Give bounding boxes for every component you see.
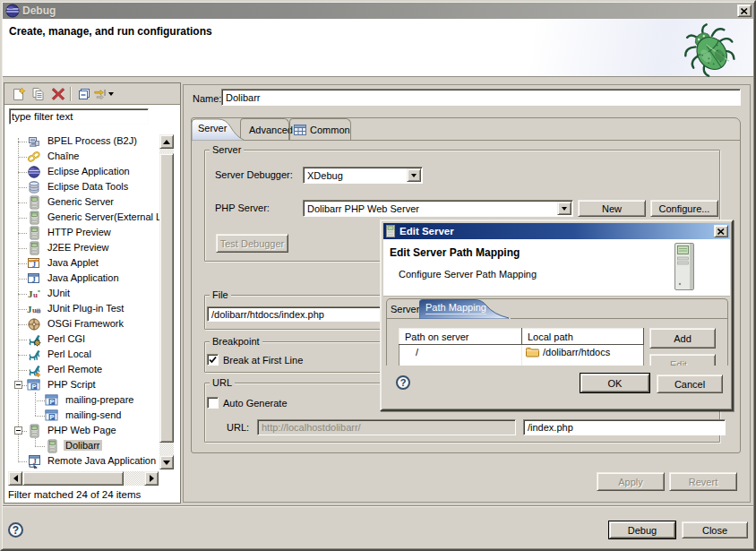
filter-status: Filter matched 24 of 24 items: [8, 489, 141, 500]
tree-item-label: Perl Remote: [46, 364, 104, 375]
tab-common-label: Common: [310, 125, 350, 135]
auto-generate-checkbox[interactable]: [207, 397, 219, 409]
hscroll-thumb[interactable]: [22, 471, 124, 486]
file-value: /dolibarr/htdocs/index.php: [211, 309, 324, 320]
tree-item-label: Perl Local: [46, 349, 93, 359]
new-server-button[interactable]: New: [578, 200, 646, 217]
url-base-input[interactable]: http://localhostdolibarr/: [257, 419, 516, 435]
apply-button[interactable]: Apply: [597, 472, 665, 491]
tree-item-perl-local[interactable]: Perl Local: [5, 348, 159, 363]
path-mapping-header-row: Path on server Local path: [399, 329, 644, 345]
tree-connector: [18, 279, 27, 280]
tab-advanced[interactable]: Advanced: [240, 118, 289, 140]
tab-server[interactable]: Server: [192, 118, 244, 140]
edit-server-titlebar[interactable]: Edit Server: [383, 223, 730, 239]
tree-item-java-applet[interactable]: JJava Applet: [5, 256, 159, 271]
column-local-path[interactable]: Local path: [522, 329, 644, 345]
tree-item-eclipse-application[interactable]: Eclipse Application: [5, 165, 159, 180]
tree-item-perl-cgi[interactable]: Perl CGI: [5, 332, 159, 348]
vscroll-up-button[interactable]: [159, 134, 174, 149]
cancel-button[interactable]: Cancel: [657, 375, 723, 393]
arrow-right-icon: [150, 475, 154, 482]
tab-advanced-label: Advanced: [249, 125, 293, 135]
debug-button[interactable]: Debug: [609, 521, 675, 538]
vscroll-thumb[interactable]: [159, 153, 174, 443]
junit-plugin-icon: Ju: [27, 302, 41, 316]
break-first-line-checkbox[interactable]: [207, 354, 219, 366]
dialog-tab-server[interactable]: Server: [391, 299, 419, 318]
minus-glyph: [16, 384, 21, 385]
hscroll-left-button[interactable]: [8, 471, 22, 486]
tree-item-remote-java-application[interactable]: Remote Java Application: [5, 454, 159, 469]
edit-server-close-button[interactable]: [714, 225, 728, 237]
filter-input[interactable]: [10, 109, 148, 124]
server-debugger-combo[interactable]: XDebug: [303, 167, 423, 184]
tree-item-label: OSGi Framework: [46, 318, 125, 329]
add-mapping-button[interactable]: Add: [649, 328, 716, 349]
tree-item-perl-remote[interactable]: Perl Remote: [5, 363, 159, 378]
tree-item-label: Java Application: [46, 272, 121, 283]
tree-item-php-script[interactable]: PHP Script: [5, 378, 159, 393]
server-icon: [27, 241, 41, 255]
tree-item-generic-server-external-la[interactable]: Generic Server(External La: [5, 211, 159, 226]
php-server-combo[interactable]: Dolibarr PHP Web Server: [303, 200, 573, 217]
server-debugger-combo-arrow[interactable]: [407, 168, 421, 182]
filter-button[interactable]: [94, 85, 114, 103]
window-close-button[interactable]: [737, 4, 752, 17]
delete-configuration-button[interactable]: [48, 85, 68, 103]
vscroll-down-button[interactable]: [159, 455, 174, 469]
help-label: ?: [13, 524, 19, 537]
tree-item-junit[interactable]: JuJUnit: [5, 287, 159, 302]
column-path-on-server[interactable]: Path on server: [399, 329, 522, 345]
revert-button[interactable]: Revert: [669, 472, 737, 491]
tree-item-cha-ne[interactable]: Chaîne: [5, 150, 159, 165]
collapse-all-button[interactable]: [74, 85, 94, 103]
edit-mapping-button[interactable]: Edit...: [649, 354, 716, 366]
ok-label: OK: [608, 378, 623, 389]
tree-item-bpel-process-b2j-[interactable]: BPEL Process (B2J): [5, 134, 159, 150]
tree-item-java-application[interactable]: Java Application: [5, 271, 159, 287]
tree-item-label: JUnit Plug-in Test: [46, 303, 125, 314]
tree-expander-collapse[interactable]: [14, 381, 22, 389]
name-input[interactable]: Dolibarr: [221, 89, 741, 106]
tree-item-label: Dolibarr: [64, 440, 102, 451]
dialog-help-button[interactable]: ?: [396, 375, 410, 390]
tree-item-j2ee-preview[interactable]: J2EE Preview: [5, 241, 159, 256]
php-window-icon: [45, 393, 59, 408]
window-titlebar[interactable]: Debug: [3, 3, 753, 19]
php-server-label: PHP Server:: [215, 202, 270, 213]
ok-button[interactable]: OK: [580, 374, 649, 392]
test-debugger-button[interactable]: Test Debugger: [216, 234, 288, 253]
path-on-server-cell[interactable]: /: [399, 345, 522, 360]
php-server-combo-arrow[interactable]: [557, 202, 571, 215]
combo-arrow-icon: [411, 174, 417, 177]
tree-expander-collapse[interactable]: [14, 426, 22, 435]
tree-item-mailing-prepare[interactable]: mailing-prepare: [5, 393, 159, 409]
tree-item-http-preview[interactable]: HTTP Preview: [5, 226, 159, 241]
duplicate-configuration-button[interactable]: [29, 85, 48, 103]
osgi-target-icon: [27, 317, 41, 331]
tree-item-dolibarr[interactable]: Dolibarr: [5, 439, 159, 454]
tree-item-mailing-send[interactable]: mailing-send: [5, 409, 159, 424]
hscroll-right-button[interactable]: [144, 471, 159, 486]
tree-connector: [18, 218, 27, 219]
url-path-input[interactable]: /index.php: [523, 419, 726, 435]
local-path-cell[interactable]: /dolibarr/htdocs: [522, 345, 644, 360]
tree-item-eclipse-data-tools[interactable]: Eclipse Data Tools: [5, 180, 159, 195]
tree-item-generic-server[interactable]: Generic Server: [5, 195, 159, 211]
filter-icon: [94, 87, 107, 101]
path-mapping-row[interactable]: / /dolibarr/htdocs: [399, 345, 644, 360]
tree-item-php-web-page[interactable]: PHP Web Page: [5, 424, 159, 439]
help-button[interactable]: ?: [8, 522, 23, 538]
tree-item-osgi-framework[interactable]: OSGi Framework: [5, 317, 159, 332]
footer-separator: [3, 505, 753, 507]
close-button[interactable]: Close: [682, 521, 748, 538]
new-configuration-button[interactable]: [9, 85, 29, 103]
filter-dropdown-arrow-icon[interactable]: [108, 92, 114, 96]
tree-item-label: J2EE Preview: [46, 242, 110, 253]
tree-item-label: JUnit: [46, 288, 72, 298]
tree-item-junit-plug-in-test[interactable]: JuJUnit Plug-in Test: [5, 302, 159, 317]
dialog-tab-path-mapping[interactable]: Path Mapping: [419, 299, 509, 319]
tab-common[interactable]: Common: [289, 118, 351, 140]
configure-server-button[interactable]: Configure...: [650, 200, 718, 217]
